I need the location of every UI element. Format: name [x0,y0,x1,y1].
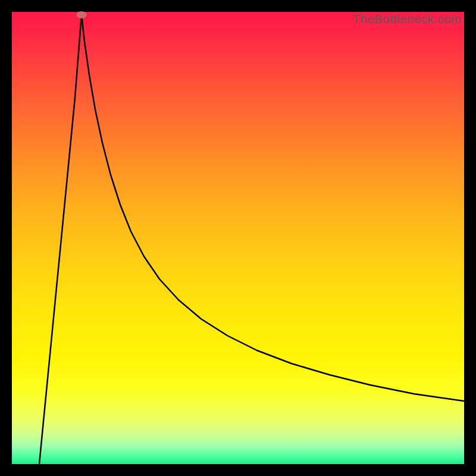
plot-area: TheBottleneck.com [12,12,464,464]
bottleneck-curve [12,12,464,464]
optimal-point-marker [77,11,87,18]
